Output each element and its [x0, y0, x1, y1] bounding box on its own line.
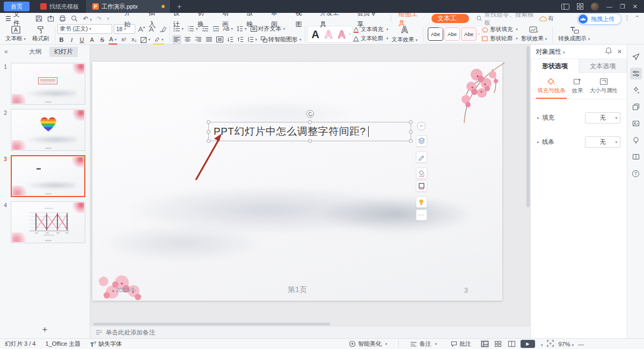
tab-shape-options[interactable]: 形状选项 — [531, 59, 579, 73]
shape-style-more-icon[interactable]: ˅ — [478, 32, 480, 36]
text-outline-button[interactable]: 文本轮廓 — [353, 35, 389, 42]
shape-outline-quick-button[interactable] — [416, 180, 427, 192]
wordart-gallery-more-icon[interactable]: ˅ — [349, 32, 351, 36]
line-type-select[interactable]: 无 — [585, 136, 620, 148]
properties-dock-icon-active[interactable] — [630, 68, 642, 79]
subscript-button[interactable]: X₂ — [129, 35, 138, 45]
shape-style-preset-3[interactable]: Abe — [461, 27, 477, 41]
fit-slide-icon[interactable] — [547, 340, 554, 348]
smart-beautify-button[interactable]: 智能美化 — [344, 339, 392, 349]
menu-item-text-tools-active[interactable]: 文本工具 — [431, 14, 469, 23]
print-icon[interactable] — [59, 15, 66, 22]
align-center-button[interactable] — [183, 35, 192, 44]
edit-pen-button[interactable] — [416, 151, 427, 163]
beautify-wand-icon[interactable] — [630, 84, 642, 96]
minimize-button[interactable]: — — [606, 3, 612, 10]
char-spacing-button[interactable]: A — [88, 35, 97, 45]
title-textbox[interactable]: PPT幻灯片中怎么调整字符间距? — [208, 122, 411, 141]
strikethrough-button[interactable]: S — [98, 35, 107, 45]
missing-font-warning[interactable]: T? 缺失字体 — [85, 338, 127, 349]
resize-handle-bottom-center[interactable] — [308, 139, 312, 143]
horizontal-scrollbar[interactable] — [93, 323, 524, 325]
paragraph-spacing-icon[interactable] — [246, 35, 259, 44]
slide-thumbnail-3-selected[interactable] — [11, 155, 85, 197]
redo-icon[interactable]: ↷ — [97, 15, 102, 23]
undo-icon[interactable]: ↶ — [83, 15, 92, 23]
font-color-button[interactable]: A — [108, 35, 118, 45]
collapse-panel-icon[interactable]: « — [0, 48, 12, 55]
collapse-ribbon-icon[interactable]: ⌃ — [635, 14, 640, 21]
tab-slides[interactable]: 幻灯片 — [49, 47, 78, 57]
image-edit-icon[interactable] — [630, 118, 642, 129]
convert-to-diagram-button[interactable]: 转换成图示 — [555, 25, 593, 44]
resize-handle-bottom-right[interactable] — [409, 139, 413, 143]
reading-view-button[interactable] — [507, 340, 516, 348]
slideshow-play-button[interactable]: ▶ — [521, 340, 535, 348]
font-name-select[interactable]: 隶书 (正文) — [57, 24, 112, 34]
bold-button[interactable]: B — [57, 35, 66, 45]
slide-thumbnail-1[interactable] — [11, 63, 85, 105]
distribute-button[interactable] — [215, 35, 224, 44]
quick-access-more-icon[interactable]: ˅ — [107, 16, 109, 21]
title-text[interactable]: PPT幻灯片中怎么调整字符间距? — [209, 122, 411, 141]
shape-fill-button[interactable]: 形状填充 — [482, 26, 518, 33]
restore-button[interactable]: ❐ — [620, 3, 625, 10]
slide-3-canvas[interactable]: PPT幻灯片中怎么调整字符间距? − — [92, 62, 502, 301]
highlight-button[interactable] — [153, 35, 165, 45]
rotate-handle[interactable] — [306, 110, 314, 118]
recommend-ideas-button[interactable] — [416, 197, 427, 208]
layers-button[interactable] — [416, 135, 427, 147]
command-search[interactable]: 查找命令、搜索模板 — [477, 11, 539, 27]
line-spacing-increase-icon[interactable] — [226, 35, 235, 44]
pin-bell-icon[interactable] — [605, 47, 612, 56]
apps-grid-icon[interactable] — [577, 3, 583, 10]
print-preview-icon[interactable] — [71, 15, 78, 22]
help-icon[interactable]: ? — [630, 168, 642, 179]
slide-thumbnail-2[interactable] — [11, 109, 85, 151]
notes-button[interactable]: 备注 — [405, 339, 442, 349]
expand-line-icon[interactable]: ▸ — [537, 140, 539, 144]
shape-fill-quick-button[interactable] — [416, 168, 427, 179]
theme-name[interactable]: 1_Office 主题 — [40, 339, 85, 349]
align-left-button[interactable] — [172, 35, 181, 44]
superscript-button[interactable]: X² — [119, 35, 128, 45]
tab-presentation-document[interactable]: P 工作演示.pptx — [86, 0, 171, 13]
text-shading-button[interactable] — [140, 35, 151, 45]
reading-layout-icon[interactable] — [630, 151, 642, 163]
expand-fill-icon[interactable]: ▸ — [537, 115, 539, 120]
resize-handle-top-left[interactable] — [207, 120, 210, 124]
format-painter-button[interactable]: 格式刷 — [29, 25, 53, 44]
quick-access-icon[interactable] — [630, 51, 642, 63]
line-spacing-decrease-icon[interactable] — [236, 35, 245, 44]
notes-bar[interactable]: 单击此处添加备注 — [90, 326, 530, 338]
close-button[interactable]: ✕ — [633, 3, 638, 10]
smart-graphic-button[interactable]: 转智能图形 — [260, 35, 303, 44]
subtab-size-properties[interactable]: 大小与属性 — [589, 78, 619, 99]
slide-thumbnail-4[interactable] — [11, 201, 85, 243]
add-slide-button[interactable]: + — [0, 324, 90, 335]
save-icon[interactable] — [35, 15, 42, 22]
user-avatar[interactable] — [591, 3, 599, 11]
resize-handle-top-center[interactable] — [308, 120, 312, 124]
tab-template-store[interactable]: 找纸壳模板 — [34, 0, 86, 13]
comments-button[interactable]: 批注 — [446, 339, 476, 349]
shape-effects-button[interactable]: 形状效果 — [518, 25, 551, 44]
drag-upload-button[interactable]: 拖拽上传 — [577, 13, 621, 25]
zoom-out-button[interactable]: — — [578, 341, 584, 347]
idea-lightbulb-icon[interactable] — [630, 134, 642, 146]
play-options-icon[interactable] — [539, 341, 543, 347]
shape-style-preset-2[interactable]: Abe — [444, 27, 460, 41]
export-icon[interactable] — [47, 15, 54, 22]
italic-button[interactable]: I — [68, 35, 76, 45]
shape-outline-button[interactable]: 形状轮廓 — [482, 35, 518, 42]
more-vertical-icon[interactable]: ⋮ — [624, 14, 630, 21]
underline-button[interactable]: U — [78, 35, 86, 45]
layout-copy-icon[interactable] — [630, 101, 642, 113]
align-right-button[interactable] — [194, 35, 203, 44]
subtab-effects[interactable]: 效果 — [571, 78, 584, 99]
workspace-layout-icon[interactable] — [561, 4, 569, 10]
resize-handle-top-right[interactable] — [409, 120, 413, 124]
close-panel-icon[interactable]: ✕ — [617, 48, 622, 55]
new-tab-button[interactable]: + — [171, 2, 188, 11]
normal-view-button[interactable] — [480, 340, 489, 348]
